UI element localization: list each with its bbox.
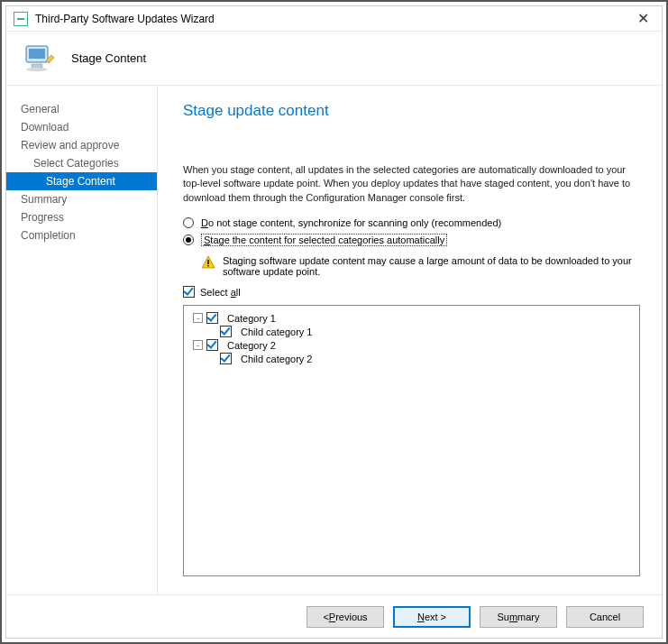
collapse-icon[interactable]: - — [193, 313, 203, 323]
computer-icon — [21, 41, 57, 77]
intro-text: When you stage content, all updates in t… — [183, 163, 640, 205]
cancel-button[interactable]: Cancel — [566, 606, 644, 628]
close-button[interactable]: ✕ — [632, 10, 654, 27]
footer: < Previous Next > Summary Cancel — [6, 594, 662, 638]
tree-node-label: Category 2 — [227, 340, 276, 351]
radio-label: Do not stage content, synchronize for sc… — [201, 217, 501, 228]
tree-node-label: Category 1 — [227, 313, 276, 324]
checkbox-icon[interactable] — [206, 312, 218, 324]
svg-rect-5 — [207, 265, 208, 266]
radio-stage-content[interactable]: Stage the content for selected categorie… — [183, 234, 640, 246]
svg-rect-4 — [207, 260, 208, 264]
app-icon — [14, 12, 28, 26]
svg-rect-1 — [29, 49, 45, 59]
header-label: Stage Content — [71, 51, 146, 65]
sidebar-item-select-categories[interactable]: Select Categories — [6, 154, 157, 172]
sidebar-item-completion[interactable]: Completion — [6, 226, 157, 244]
checkbox-icon[interactable] — [220, 326, 232, 337]
tree-node-category-2[interactable]: - Category 2 — [193, 338, 634, 352]
previous-button[interactable]: < Previous — [307, 606, 384, 628]
radio-label: Stage the content for selected categorie… — [201, 234, 447, 246]
warning-row: Staging software update content may caus… — [201, 255, 640, 277]
tree-node-category-1[interactable]: - Category 1 — [193, 311, 634, 325]
header-panel: Stage Content — [6, 32, 662, 86]
svg-point-3 — [26, 67, 48, 70]
sidebar-item-stage-content[interactable]: Stage Content — [6, 172, 157, 190]
summary-button[interactable]: Summary — [480, 606, 557, 628]
select-all-checkbox[interactable]: Select all — [183, 286, 640, 298]
page-title: Stage update content — [183, 102, 640, 120]
radio-icon — [183, 235, 194, 245]
radio-do-not-stage[interactable]: Do not stage content, synchronize for sc… — [183, 217, 640, 228]
select-all-label: Select all — [200, 287, 241, 298]
checkbox-icon[interactable] — [206, 339, 218, 351]
main-content: Stage update content When you stage cont… — [158, 86, 662, 594]
title-bar: Third-Party Software Updates Wizard ✕ — [6, 6, 662, 32]
sidebar-item-progress[interactable]: Progress — [6, 208, 157, 226]
radio-icon — [183, 217, 194, 228]
sidebar-item-review-approve[interactable]: Review and approve — [6, 136, 157, 154]
next-button[interactable]: Next > — [393, 606, 471, 628]
window-title: Third-Party Software Updates Wizard — [35, 13, 632, 25]
warning-text: Staging software update content may caus… — [223, 255, 640, 277]
tree-node-label: Child category 1 — [241, 327, 313, 337]
checkbox-icon — [183, 286, 195, 298]
warning-icon — [201, 255, 215, 270]
tree-node-child-category-2[interactable]: Child category 2 — [220, 352, 634, 365]
wizard-window: Third-Party Software Updates Wizard ✕ St… — [5, 5, 663, 639]
svg-rect-2 — [32, 64, 42, 68]
sidebar-item-general[interactable]: General — [6, 100, 157, 118]
sidebar-item-download[interactable]: Download — [6, 118, 157, 136]
tree-node-label: Child category 2 — [241, 354, 313, 364]
category-tree[interactable]: - Category 1 Child category 1 - Category… — [183, 305, 640, 576]
collapse-icon[interactable]: - — [193, 340, 203, 350]
sidebar: General Download Review and approve Sele… — [6, 86, 158, 594]
checkbox-icon[interactable] — [220, 353, 232, 364]
sidebar-item-summary[interactable]: Summary — [6, 190, 157, 208]
tree-node-child-category-1[interactable]: Child category 1 — [220, 325, 634, 338]
